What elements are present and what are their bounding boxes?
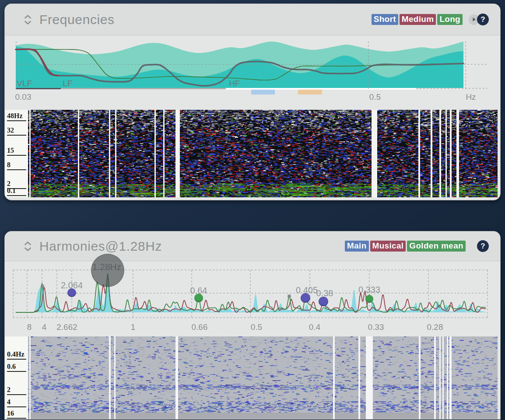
harm-x-tick-8: 0.28: [417, 322, 452, 332]
harmonies-panel: Harmonies@1.28Hz Main Musical Golden mea…: [4, 231, 501, 420]
play-icon: [472, 17, 476, 22]
collapse-toggle-icon[interactable]: [24, 241, 32, 252]
harmonies-header[interactable]: Harmonies@1.28Hz Main Musical Golden mea…: [5, 231, 500, 261]
selected-peak-label: 1.28Hz: [87, 262, 126, 272]
band-label-lf: LF: [63, 79, 72, 88]
frequencies-legend: Short Medium Long ?: [370, 14, 489, 25]
freq-spec-ylabel-1: 32: [7, 126, 26, 136]
harm-x-tick-6: 0.4: [297, 322, 332, 332]
harmonies-title: Harmonies@1.28Hz: [39, 239, 162, 254]
legend-medium[interactable]: Medium: [400, 14, 436, 25]
legend-musical[interactable]: Musical: [370, 241, 406, 252]
frequencies-spectrogram-axis: 48Hz3215820.1: [5, 110, 28, 197]
harm-spec-ylabel-4: 16: [7, 410, 26, 419]
collapse-toggle-icon[interactable]: [24, 14, 32, 25]
peak-label-0.64: 0.64: [179, 286, 218, 296]
harm-x-tick-4: 0.66: [182, 322, 217, 332]
freq-spec-ylabel-3: 8: [7, 161, 26, 170]
peak-label-0.333: 0.333: [350, 285, 389, 295]
harm-x-tick-2: 2.662: [49, 322, 84, 332]
band-label-hf: HF: [229, 79, 240, 88]
legend-golden-mean[interactable]: Golden mean: [407, 241, 466, 252]
freq-spec-ylabel-2: 15: [7, 147, 26, 156]
frequencies-help-button[interactable]: ?: [477, 14, 489, 25]
frequencies-panel: Frequencies Short Medium Long ? VLFLFHF …: [4, 4, 501, 200]
frequencies-header[interactable]: Frequencies Short Medium Long ?: [5, 4, 500, 35]
harm-x-tick-5: 0.5: [239, 322, 274, 332]
freq-spec-ylabel-0: 48Hz: [7, 112, 26, 121]
harm-spec-ylabel-3: 4: [7, 398, 26, 407]
app-background: Frequencies Short Medium Long ? VLFLFHF …: [0, 0, 505, 420]
harm-spec-ylabel-0: 0.4Hz: [7, 350, 26, 360]
x-tick-freq-tick-1: 0.5: [358, 92, 393, 102]
harmonies-legend: Main Musical Golden mean ?: [344, 240, 489, 252]
peak-label-0.38: 0.38: [305, 288, 344, 298]
frequencies-chart[interactable]: [5, 35, 501, 105]
legend-short[interactable]: Short: [372, 14, 398, 25]
peak-label-2.064: 2.064: [52, 280, 91, 290]
harm-spec-ylabel-2: 2: [7, 386, 26, 395]
frequencies-chart-area: VLFLFHF 0.030.5Hz: [5, 35, 501, 105]
legend-main[interactable]: Main: [345, 241, 368, 252]
legend-long[interactable]: Long: [437, 14, 463, 25]
harmonies-spectrogram-axis: 0.4Hz0.62416: [5, 336, 28, 419]
band-label-vlf: VLF: [17, 79, 32, 88]
frequencies-title: Frequencies: [39, 12, 115, 27]
harm-x-tick-3: 1: [116, 322, 151, 332]
harm-x-tick-7: 0.33: [358, 322, 393, 332]
harmonies-chart-area: 1.28Hz2.0640.640.4050.380.333 842.66210.…: [5, 261, 501, 336]
x-tick-freq-tick-0: 0.03: [6, 92, 41, 102]
harmonies-help-button[interactable]: ?: [477, 240, 489, 252]
harmonies-spectrogram[interactable]: [28, 336, 498, 419]
x-tick-freq-tick-2: Hz: [453, 92, 488, 102]
peak-dot-0.333[interactable]: [365, 295, 373, 303]
harm-spec-ylabel-1: 0.6: [7, 363, 26, 372]
frequencies-spectrogram[interactable]: [28, 110, 498, 197]
freq-spec-ylabel-5: 0.1: [7, 187, 26, 196]
